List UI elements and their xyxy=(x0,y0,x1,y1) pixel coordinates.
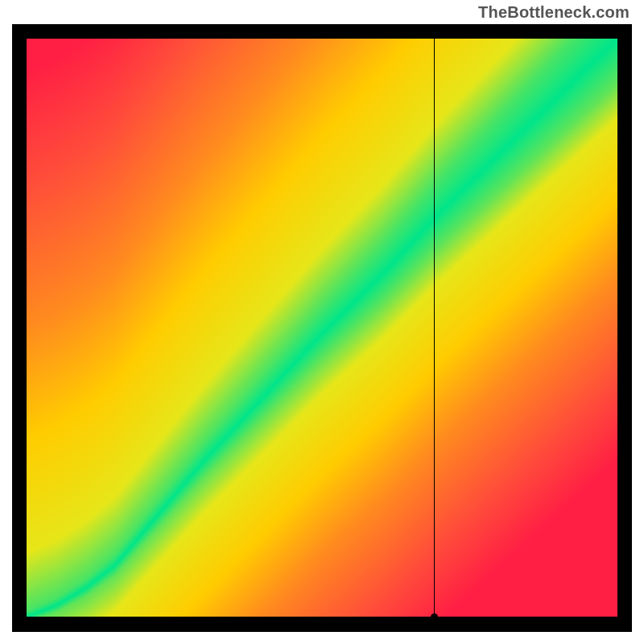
heatmap-canvas xyxy=(27,39,617,617)
crosshair-horizontal xyxy=(27,617,617,617)
chart-container: TheBottleneck.com xyxy=(0,0,644,644)
crosshair-dot xyxy=(431,613,438,621)
crosshair-vertical xyxy=(434,39,435,617)
plot-area xyxy=(27,39,617,617)
watermark-text: TheBottleneck.com xyxy=(478,3,630,22)
plot-frame xyxy=(12,24,632,632)
